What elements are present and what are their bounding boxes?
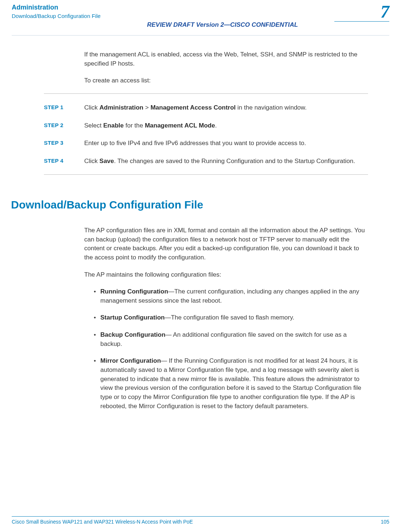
intro-paragraph-1: If the management ACL is enabled, access… — [84, 50, 368, 68]
step-text: Enter up to five IPv4 and five IPv6 addr… — [84, 140, 306, 147]
text: Click — [84, 104, 100, 111]
bold: Enable — [103, 122, 124, 129]
steps-divider-top — [44, 93, 368, 94]
text: in the navigation window. — [236, 104, 307, 111]
bold: Management ACL Mode — [145, 122, 215, 129]
step-4: STEP 4 Click Save. The changes are saved… — [84, 157, 368, 166]
item-title: Mirror Configuration — [100, 357, 161, 364]
step-label: STEP 3 — [44, 139, 63, 147]
bold: Management Access Control — [151, 104, 236, 111]
page-number: 105 — [381, 519, 389, 525]
list-item: Backup Configuration— An additional conf… — [94, 330, 368, 348]
steps-divider-bottom — [44, 174, 368, 175]
bold: Save — [100, 158, 114, 165]
text: Click — [84, 158, 100, 165]
text: > — [144, 104, 151, 111]
page-content: If the management ACL is enabled, access… — [0, 36, 401, 411]
step-text: Click Administration > Management Access… — [84, 104, 307, 111]
item-title: Startup Configuration — [100, 314, 165, 321]
page-header: Administration Download/Backup Configura… — [0, 0, 401, 29]
item-title: Backup Configuration — [100, 331, 166, 338]
review-banner: REVIEW DRAFT Version 2—CISCO CONFIDENTIA… — [56, 21, 389, 29]
breadcrumb: Download/Backup Configuration File — [12, 13, 389, 19]
step-2: STEP 2 Select Enable for the Management … — [84, 121, 368, 130]
text: Select — [84, 122, 103, 129]
intro-paragraph-2: To create an access list: — [84, 76, 368, 85]
list-item: Mirror Configuration— If the Running Con… — [94, 356, 368, 411]
item-title: Running Configuration — [100, 288, 168, 295]
header-accent-line — [334, 21, 389, 22]
step-1: STEP 1 Click Administration > Management… — [84, 103, 368, 112]
list-item: Startup Configuration—The configuration … — [94, 313, 368, 322]
bold: Administration — [100, 104, 144, 111]
step-label: STEP 2 — [44, 121, 63, 129]
step-text: Select Enable for the Management ACL Mod… — [84, 122, 217, 129]
text: for the — [124, 122, 145, 129]
chapter-number: 7 — [380, 1, 389, 22]
item-text: —The configuration file saved to flash m… — [165, 314, 294, 321]
config-list: Running Configuration—The current config… — [94, 287, 368, 411]
section-paragraph-2: The AP maintains the following configura… — [84, 270, 368, 280]
list-item: Running Configuration—The current config… — [94, 287, 368, 305]
item-text: — If the Running Configuration is not mo… — [100, 357, 361, 409]
chapter-title: Administration — [12, 4, 389, 11]
step-label: STEP 4 — [44, 157, 63, 165]
step-3: STEP 3 Enter up to five IPv4 and five IP… — [84, 139, 368, 148]
step-label: STEP 1 — [44, 103, 63, 111]
text: . The changes are saved to the Running C… — [114, 158, 355, 165]
text: . — [215, 122, 217, 129]
section-heading: Download/Backup Configuration File — [11, 197, 368, 213]
step-text: Click Save. The changes are saved to the… — [84, 158, 355, 165]
section-paragraph-1: The AP configuration files are in XML fo… — [84, 226, 368, 262]
page-footer: Cisco Small Business WAP121 and WAP321 W… — [12, 516, 389, 525]
footer-left: Cisco Small Business WAP121 and WAP321 W… — [12, 519, 193, 525]
